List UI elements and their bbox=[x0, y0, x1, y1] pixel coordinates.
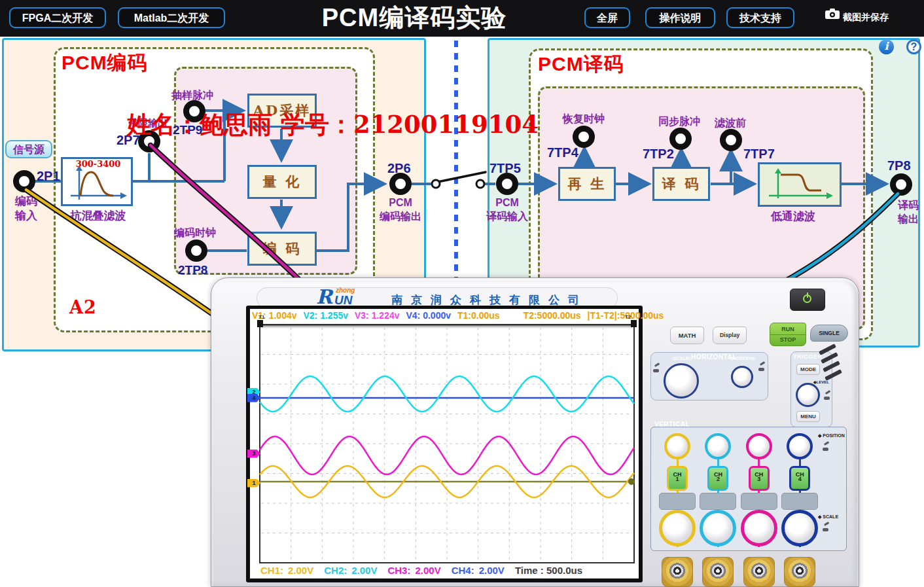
ch4-scale: CH4:2.00V bbox=[452, 565, 505, 576]
ch2-scale: CH2:2.00V bbox=[324, 565, 377, 576]
ch2-enable-button[interactable]: CH2 bbox=[707, 466, 728, 491]
ch1-pad bbox=[659, 493, 696, 510]
encoder-title: PCM编码 bbox=[62, 50, 148, 77]
jack-2tp8[interactable] bbox=[185, 240, 207, 262]
run-stop-button[interactable]: RUN STOP bbox=[770, 323, 806, 346]
lowpass-filter-block bbox=[758, 162, 842, 207]
ch1-enable-button[interactable]: CH1 bbox=[667, 466, 688, 491]
push-icon bbox=[823, 391, 831, 401]
instructions-button[interactable]: 操作说明 bbox=[645, 7, 715, 28]
quantize-block: 量 化 bbox=[247, 165, 317, 199]
ch4-bnc-input[interactable] bbox=[784, 557, 815, 587]
ch2-scale-knob[interactable] bbox=[700, 510, 736, 546]
ch1-scale: CH1:2.00V bbox=[260, 565, 313, 576]
decoder-title: PCM译码 bbox=[538, 51, 624, 78]
trigger-level-label: ◆LEVEL bbox=[813, 380, 829, 384]
board-label: A2 bbox=[69, 297, 97, 317]
ch2-pad bbox=[700, 493, 736, 510]
horizontal-position-label: ◁POSITION▷ bbox=[722, 356, 763, 361]
brand-logo-r: R bbox=[316, 285, 332, 308]
display-button[interactable]: Display bbox=[713, 327, 747, 344]
jack-7tp4-label: 7TP4 bbox=[547, 145, 578, 160]
ch4-enable-button[interactable]: CH4 bbox=[789, 466, 810, 491]
patch-switch[interactable] bbox=[432, 172, 486, 188]
math-button[interactable]: MATH bbox=[670, 327, 704, 344]
trigger-section-label: TRIGGER bbox=[793, 353, 823, 360]
help-icon[interactable]: ? bbox=[906, 39, 921, 54]
titlebar: FPGA二次开发 Matlab二次开发 PCM编译码实验 全屏 操作说明 技术支… bbox=[0, 0, 924, 37]
waveform-display bbox=[250, 309, 639, 578]
ch3-scale-knob[interactable] bbox=[741, 510, 777, 546]
pre-filter-label: 滤波前 bbox=[715, 116, 746, 130]
vertical-position-label: ◆ POSITION bbox=[818, 433, 845, 438]
jack-7tp5[interactable] bbox=[496, 173, 518, 195]
encode-input-label: 编码 输入 bbox=[9, 194, 43, 223]
fpga-dev-button[interactable]: FPGA二次开发 bbox=[9, 7, 106, 28]
jack-2p1-label: 2P1 bbox=[37, 169, 60, 184]
ch4-pad bbox=[781, 493, 818, 510]
page-title: PCM编译码实验 bbox=[306, 1, 522, 35]
filter-name-label: 抗混叠滤波 bbox=[65, 209, 131, 223]
cursor-t1-marker[interactable]: T1 bbox=[258, 314, 264, 320]
ch3-enable-button[interactable]: CH3 bbox=[749, 466, 770, 491]
single-button[interactable]: SINGLE bbox=[810, 325, 848, 342]
jack-7tp2-label: 7TP2 bbox=[643, 147, 674, 162]
pcm-codec-app: FPGA二次开发 Matlab二次开发 PCM编译码实验 全屏 操作说明 技术支… bbox=[0, 0, 924, 587]
vertical-scale-label: ◆ SCALE bbox=[818, 514, 838, 520]
trigger-mode-button[interactable]: MODE bbox=[796, 364, 820, 375]
signal-source-button[interactable]: 信号源 bbox=[5, 140, 52, 158]
ch1-scale-knob[interactable] bbox=[659, 510, 696, 546]
panel-divider bbox=[454, 41, 458, 277]
ch4-scale-knob[interactable] bbox=[781, 510, 818, 546]
encode-block: 编 码 bbox=[247, 232, 317, 266]
lowpass-name-label: 低通滤波 bbox=[771, 209, 815, 224]
ch4-position-knob[interactable] bbox=[787, 433, 813, 459]
push-icon bbox=[652, 364, 660, 374]
jack-7tp7-label: 7TP7 bbox=[743, 147, 775, 162]
lowpass-curve-icon bbox=[760, 164, 840, 205]
ch3-position-knob[interactable] bbox=[746, 433, 772, 459]
fullscreen-button[interactable]: 全屏 bbox=[584, 7, 630, 28]
push-icon bbox=[822, 523, 830, 533]
student-info-overlay: 姓名：鲍思雨 学号：21200119104 bbox=[127, 109, 539, 141]
jack-7p8-label: 7P8 bbox=[887, 158, 911, 173]
horizontal-position-knob[interactable] bbox=[731, 366, 753, 388]
decode-block: 译 码 bbox=[652, 167, 710, 201]
recovered-clock-label: 恢复时钟 bbox=[563, 113, 605, 126]
horizontal-scale-knob[interactable] bbox=[664, 363, 699, 399]
time-base-label: Time : 500.0us bbox=[515, 565, 582, 576]
jack-7p8[interactable] bbox=[890, 173, 912, 196]
power-button[interactable] bbox=[790, 289, 825, 311]
tech-support-button[interactable]: 技术支持 bbox=[726, 7, 794, 28]
pcm-encode-output-label: PCM 编码输出 bbox=[373, 196, 428, 224]
horizontal-scale-label: ◁SCALE▷ bbox=[662, 356, 700, 361]
sync-pulse-label: 同步脉冲 bbox=[658, 115, 700, 129]
ch2-bnc-input[interactable] bbox=[702, 557, 734, 587]
jack-7tp4[interactable] bbox=[573, 126, 595, 148]
jack-2tp8-label: 2TP8 bbox=[178, 263, 207, 277]
decode-output-label: 译码 输出 bbox=[893, 199, 924, 226]
jack-2p6[interactable] bbox=[389, 173, 412, 195]
info-icon[interactable]: i bbox=[879, 39, 894, 54]
trigger-level-knob[interactable] bbox=[796, 383, 820, 407]
screenshot-save-button[interactable]: 截图并保存 bbox=[843, 12, 889, 24]
regenerate-block: 再 生 bbox=[558, 167, 616, 201]
camera-icon[interactable] bbox=[825, 8, 840, 20]
channel-readout-row: CH1:2.00V CH2:2.00V CH3:2.00V CH4:2.00V … bbox=[260, 565, 631, 576]
ch3-bnc-input[interactable] bbox=[743, 557, 775, 587]
ch1-bnc-input[interactable] bbox=[662, 557, 693, 587]
ch3-pad bbox=[741, 493, 777, 510]
push-icon bbox=[758, 363, 766, 372]
matlab-dev-button[interactable]: Matlab二次开发 bbox=[118, 7, 225, 28]
ch3-scale: CH3:2.00V bbox=[387, 565, 440, 576]
ch1-position-knob[interactable] bbox=[664, 433, 690, 459]
encode-clock-label: 编码时钟 bbox=[174, 226, 216, 240]
jack-2p1[interactable] bbox=[13, 170, 35, 192]
cursor-t2-marker[interactable]: T2 bbox=[625, 314, 631, 320]
jack-7tp7[interactable] bbox=[720, 129, 742, 151]
trigger-menu-button[interactable]: MENU bbox=[796, 411, 820, 422]
pcm-decode-input-label: PCM 译码输入 bbox=[481, 196, 533, 224]
push-icon bbox=[822, 442, 830, 452]
filter-band-label: 300-3400 bbox=[69, 159, 128, 169]
power-icon bbox=[803, 294, 811, 303]
